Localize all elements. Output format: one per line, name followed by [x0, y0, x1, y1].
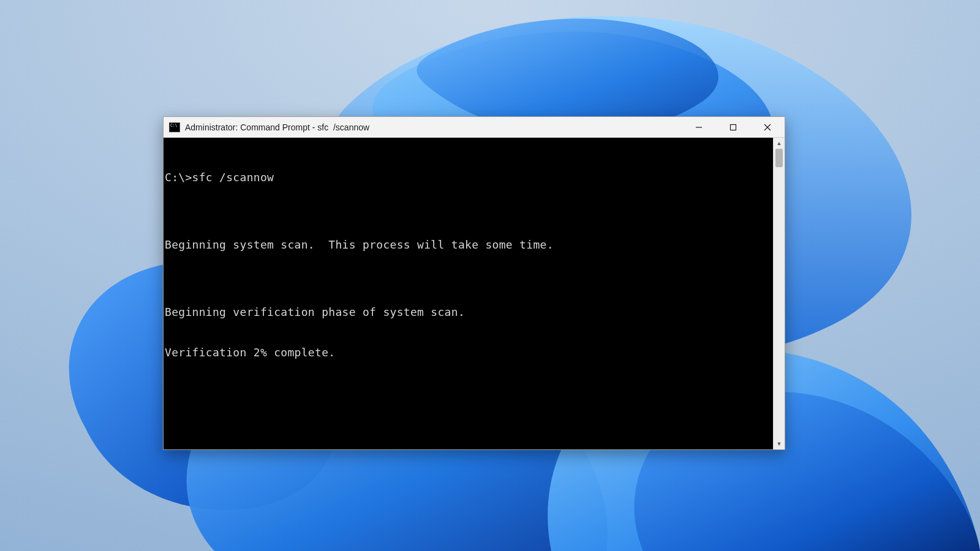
cmd-icon: [169, 122, 180, 132]
titlebar[interactable]: Administrator: Command Prompt - sfc /sca…: [164, 117, 785, 138]
console-output[interactable]: C:\>sfc /scannow Beginning system scan. …: [164, 138, 773, 449]
scroll-up-arrow-icon[interactable]: ▲: [774, 138, 785, 149]
svg-rect-2: [731, 124, 736, 130]
console-line: Beginning system scan. This process will…: [164, 238, 773, 252]
vertical-scrollbar[interactable]: ▲ ▼: [773, 138, 785, 449]
window-title: Administrator: Command Prompt - sfc /sca…: [185, 122, 369, 132]
scrollbar-thumb[interactable]: [775, 149, 783, 167]
window-controls: [682, 117, 785, 137]
console-line: C:\>sfc /scannow: [164, 171, 773, 184]
client-area: C:\>sfc /scannow Beginning system scan. …: [164, 138, 785, 449]
console-line: Beginning verification phase of system s…: [164, 305, 773, 319]
minimize-button[interactable]: [682, 117, 716, 137]
maximize-button[interactable]: [716, 117, 750, 137]
close-button[interactable]: [750, 117, 785, 137]
scrollbar-track[interactable]: [774, 149, 785, 438]
scroll-down-arrow-icon[interactable]: ▼: [774, 438, 785, 449]
console-line: Verification 2% complete.: [164, 346, 773, 359]
command-prompt-window[interactable]: Administrator: Command Prompt - sfc /sca…: [163, 116, 785, 450]
